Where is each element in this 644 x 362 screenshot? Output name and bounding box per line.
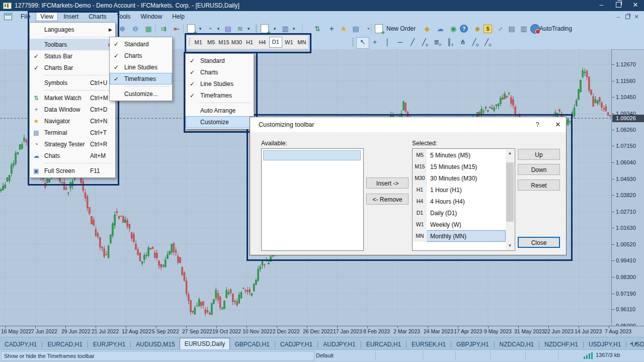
timeframe-button-h1[interactable]: H1 <box>244 37 256 47</box>
help-icon[interactable]: ? <box>460 25 468 33</box>
menu-item-data-window[interactable]: +Data WindowCtrl+D <box>30 104 115 115</box>
chart-tab-eursek-h1[interactable]: EURSEK,H1 <box>407 339 450 350</box>
chart-tab-eurcad-h1[interactable]: EURCAD,H1 <box>43 339 87 350</box>
menu-item-languages[interactable]: Languages▶ <box>30 24 115 35</box>
mdi-restore-button[interactable] <box>623 14 632 20</box>
chart-tab-gbpjpy-h1[interactable]: GBPJPY,H1 <box>452 339 493 350</box>
menu-file[interactable]: File <box>16 12 35 21</box>
zoom-in-icon[interactable]: ⊕ <box>117 24 128 34</box>
indicators-icon[interactable] <box>187 24 195 33</box>
templates-icon[interactable]: ▤ <box>222 24 233 34</box>
cycle-lines-icon[interactable]: ╱D <box>469 37 481 48</box>
print-preview-icon[interactable]: ▥ <box>518 24 529 34</box>
profiles-icon[interactable]: ▥ <box>280 24 291 34</box>
timeframe-button-m1[interactable]: M1 <box>192 37 204 47</box>
new-order-label[interactable]: New Order <box>386 25 416 32</box>
auto-scroll-icon[interactable]: ⇉ <box>158 24 169 34</box>
remove-button[interactable]: <- Remove <box>366 194 409 205</box>
toolbar-grip[interactable] <box>352 38 354 47</box>
selected-item-w1[interactable]: W1Weekly (W) <box>413 219 506 230</box>
vertical-line-icon[interactable]: │ <box>381 37 393 48</box>
menu-item-status-bar[interactable]: ✓Status Bar <box>30 50 115 62</box>
menu-item-timeframes[interactable]: ✓Timeframes <box>186 89 254 101</box>
menu-item-charts-bar[interactable]: ✓Charts Bar <box>30 62 115 73</box>
menu-item-full-screen[interactable]: ▣Full ScreenF11 <box>30 165 115 176</box>
menu-view[interactable]: View <box>36 12 58 21</box>
menu-item-strategy-tester[interactable]: ◔Strategy TesterCtrl+R <box>30 138 115 150</box>
menu-item-navigator[interactable]: ★NavigatorCtrl+N <box>30 115 115 127</box>
menu-item-standard[interactable]: ✓Standard <box>110 38 172 50</box>
autotrading-label[interactable]: AutoTrading <box>539 25 572 32</box>
indicators-dropdown-icon[interactable]: ▾ <box>197 24 203 34</box>
objects-eraser-icon[interactable]: ◆ <box>422 24 433 34</box>
chart-tab-eurjpy-h1[interactable]: EURJPY,H1 <box>89 339 130 350</box>
chart-tab-eurcad-h1[interactable]: EURCAD,H1 <box>362 339 406 350</box>
selected-listbox[interactable]: M55 Minutes (M5)M1515 Minutes (M15)M3030… <box>412 148 515 251</box>
market-watch-icon[interactable]: ⇅ <box>312 24 323 34</box>
timeframe-button-w1[interactable]: W1 <box>283 37 295 47</box>
menu-item-terminal[interactable]: ▤TerminalCtrl+T <box>30 127 115 138</box>
price-scale[interactable]: 1.126701.115601.104501.093401.082601.071… <box>611 49 644 326</box>
community-icon[interactable]: ☻ <box>472 24 483 34</box>
data-window-icon[interactable]: + <box>326 24 337 34</box>
menu-item-standard[interactable]: ✓Standard <box>186 55 254 66</box>
strategy-tester-icon[interactable]: ◔ <box>362 24 373 34</box>
horizontal-line-icon[interactable]: ─ <box>394 37 406 48</box>
menu-item-chats[interactable]: ☁ChatsAlt+M <box>30 150 115 161</box>
insert-button[interactable]: Insert -> <box>366 177 409 189</box>
cursor-icon[interactable]: ↖ <box>356 37 369 49</box>
objects-dropdown-icon[interactable]: ▾ <box>246 24 252 34</box>
trendline-icon[interactable]: ╱ <box>407 37 419 48</box>
menu-help[interactable]: Help <box>168 12 189 21</box>
chart-tab-nzdchf-h1[interactable]: NZDCHF,H1 <box>540 339 583 350</box>
close-button[interactable]: Close <box>518 237 560 248</box>
minimize-button[interactable]: – <box>593 0 610 11</box>
close-button[interactable]: ✕ <box>627 0 644 11</box>
menu-item-line-studies[interactable]: ✓Line Studies <box>186 78 254 89</box>
menu-item-market-watch[interactable]: ⇅Market WatchCtrl+M <box>30 92 115 104</box>
new-chart-icon[interactable] <box>261 24 269 33</box>
menu-item-charts[interactable]: ✓Charts <box>110 50 172 61</box>
autotrading-icon[interactable] <box>530 24 540 34</box>
selected-item-m30[interactable]: M3030 Minutes (M30) <box>413 172 506 184</box>
reset-button[interactable]: Reset <box>518 179 560 191</box>
menu-insert[interactable]: Insert <box>59 12 83 21</box>
fibonacci-fan-icon[interactable]: ║F <box>444 37 456 48</box>
menu-item-customize[interactable]: Customize... <box>110 88 172 100</box>
menu-charts[interactable]: Charts <box>84 12 111 21</box>
timeframe-button-mn[interactable]: MN <box>296 37 308 47</box>
periods-icon[interactable]: ◔ <box>204 24 215 34</box>
timeframe-button-h4[interactable]: H4 <box>256 37 268 47</box>
down-button[interactable]: Down <box>518 164 560 175</box>
selected-item-m15[interactable]: M1515 Minutes (M15) <box>413 161 506 172</box>
menu-item-line-studies[interactable]: ✓Line Studies <box>110 61 172 73</box>
date-axis[interactable]: 16 May 20227 Jun 202229 Jun 202221 Jul 2… <box>0 326 644 337</box>
profile-cell[interactable]: Default <box>312 351 376 360</box>
tab-scroll-arrows[interactable]: ◂▸ <box>630 340 641 346</box>
dialog-help-button[interactable]: ? <box>530 117 545 132</box>
chats-icon[interactable]: ☁ <box>435 24 446 34</box>
tile-windows-icon[interactable]: ▦ <box>143 24 154 34</box>
menu-item-toolbars[interactable]: Toolbars▶ <box>30 39 115 50</box>
chart-tab-nzdcad-h1[interactable]: NZDCAD,H1 <box>495 339 539 350</box>
print-icon[interactable]: ▤ <box>506 24 517 34</box>
gann-line-icon[interactable]: ╱G <box>482 37 494 48</box>
mdi-close-button[interactable]: ✕ <box>632 14 641 20</box>
selected-item-mn[interactable]: MNMonthly (MN) <box>413 230 506 242</box>
timeframe-button-m5[interactable]: M5 <box>205 37 217 47</box>
objects-icon[interactable]: ≋ <box>234 24 246 34</box>
navigator-icon[interactable]: ★ <box>338 24 349 34</box>
scroll-down-icon[interactable]: ▼ <box>506 242 514 250</box>
scrollbar-thumb[interactable] <box>506 162 514 222</box>
chart-tab-cadjpy-h1[interactable]: CADJPY,H1 <box>0 339 41 350</box>
fibonacci-retracement-icon[interactable]: ≣F <box>432 37 444 48</box>
chart-tab-usdjpy-h1[interactable]: USDJPY,H1 <box>584 339 625 350</box>
zoom-out-icon[interactable]: ⊖ <box>130 24 141 34</box>
up-button[interactable]: Up <box>518 149 560 160</box>
signals-icon[interactable]: ◉ <box>448 24 459 34</box>
menu-item-symbols[interactable]: SymbolsCtrl+U <box>30 77 115 88</box>
toolbar-grip[interactable] <box>256 25 257 33</box>
chart-tab-audjpy-h1[interactable]: AUDJPY,H1 <box>318 339 360 350</box>
chart-tab-gbpcad-h1[interactable]: GBPCAD,H1 <box>230 339 274 350</box>
selected-item-d1[interactable]: D1Daily (D1) <box>413 207 506 219</box>
